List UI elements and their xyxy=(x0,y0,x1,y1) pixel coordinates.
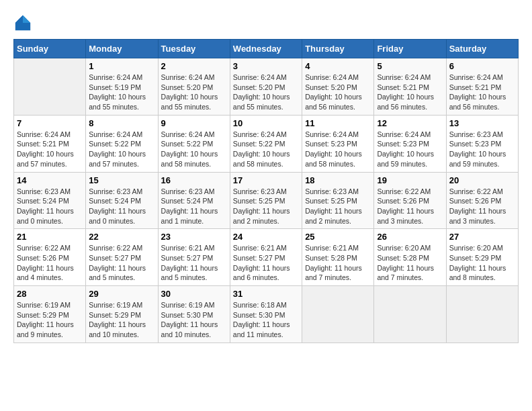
day-number: 27 xyxy=(449,232,515,242)
day-number: 17 xyxy=(233,175,299,185)
day-of-week-header: Thursday xyxy=(302,40,374,58)
day-info: Sunrise: 6:23 AM Sunset: 5:24 PM Dayligh… xyxy=(161,187,227,226)
calendar-cell: 3Sunrise: 6:24 AM Sunset: 5:20 PM Daylig… xyxy=(230,58,302,116)
day-info: Sunrise: 6:21 AM Sunset: 5:27 PM Dayligh… xyxy=(161,243,227,283)
day-info: Sunrise: 6:24 AM Sunset: 5:19 PM Dayligh… xyxy=(89,73,154,112)
day-number: 25 xyxy=(305,232,371,242)
day-info: Sunrise: 6:22 AM Sunset: 5:26 PM Dayligh… xyxy=(449,187,515,226)
day-number: 4 xyxy=(305,61,371,71)
calendar-cell: 24Sunrise: 6:21 AM Sunset: 5:27 PM Dayli… xyxy=(230,229,302,286)
day-info: Sunrise: 6:19 AM Sunset: 5:30 PM Dayligh… xyxy=(161,300,227,340)
day-number: 21 xyxy=(17,232,83,242)
calendar-cell: 6Sunrise: 6:24 AM Sunset: 5:21 PM Daylig… xyxy=(446,58,518,116)
calendar-table: SundayMondayTuesdayWednesdayThursdayFrid… xyxy=(13,39,519,343)
calendar-cell: 17Sunrise: 6:23 AM Sunset: 5:25 PM Dayli… xyxy=(230,172,302,229)
page-header xyxy=(13,13,519,32)
day-number: 8 xyxy=(89,118,154,128)
day-number: 10 xyxy=(233,118,299,128)
calendar-week-row: 14Sunrise: 6:23 AM Sunset: 5:24 PM Dayli… xyxy=(14,172,519,229)
day-number: 28 xyxy=(17,289,83,299)
calendar-cell: 8Sunrise: 6:24 AM Sunset: 5:22 PM Daylig… xyxy=(86,115,158,172)
day-number: 31 xyxy=(233,289,299,299)
calendar-cell xyxy=(446,286,518,343)
calendar-cell: 10Sunrise: 6:24 AM Sunset: 5:22 PM Dayli… xyxy=(230,115,302,172)
day-number: 18 xyxy=(305,175,371,185)
day-number: 15 xyxy=(89,175,154,185)
day-number: 12 xyxy=(377,118,443,128)
day-number: 30 xyxy=(161,289,227,299)
day-info: Sunrise: 6:24 AM Sunset: 5:21 PM Dayligh… xyxy=(449,73,515,112)
calendar-cell: 27Sunrise: 6:20 AM Sunset: 5:29 PM Dayli… xyxy=(446,229,518,286)
svg-marker-1 xyxy=(23,15,30,23)
day-info: Sunrise: 6:22 AM Sunset: 5:26 PM Dayligh… xyxy=(17,243,83,283)
calendar-cell: 25Sunrise: 6:21 AM Sunset: 5:28 PM Dayli… xyxy=(302,229,374,286)
day-info: Sunrise: 6:23 AM Sunset: 5:25 PM Dayligh… xyxy=(305,187,371,226)
day-info: Sunrise: 6:21 AM Sunset: 5:28 PM Dayligh… xyxy=(305,243,371,283)
calendar-cell: 26Sunrise: 6:20 AM Sunset: 5:28 PM Dayli… xyxy=(374,229,446,286)
day-info: Sunrise: 6:24 AM Sunset: 5:21 PM Dayligh… xyxy=(17,130,83,169)
day-info: Sunrise: 6:18 AM Sunset: 5:30 PM Dayligh… xyxy=(233,300,299,340)
day-info: Sunrise: 6:23 AM Sunset: 5:24 PM Dayligh… xyxy=(89,187,154,226)
calendar-cell: 19Sunrise: 6:22 AM Sunset: 5:26 PM Dayli… xyxy=(374,172,446,229)
day-info: Sunrise: 6:23 AM Sunset: 5:25 PM Dayligh… xyxy=(233,187,299,226)
day-number: 11 xyxy=(305,118,371,128)
day-number: 16 xyxy=(161,175,227,185)
day-number: 9 xyxy=(161,118,227,128)
day-number: 6 xyxy=(449,61,515,71)
calendar-cell: 1Sunrise: 6:24 AM Sunset: 5:19 PM Daylig… xyxy=(86,58,158,116)
day-info: Sunrise: 6:24 AM Sunset: 5:20 PM Dayligh… xyxy=(161,73,227,112)
day-number: 26 xyxy=(377,232,443,242)
calendar-cell: 29Sunrise: 6:19 AM Sunset: 5:29 PM Dayli… xyxy=(86,286,158,343)
day-info: Sunrise: 6:22 AM Sunset: 5:26 PM Dayligh… xyxy=(377,187,443,226)
day-info: Sunrise: 6:24 AM Sunset: 5:20 PM Dayligh… xyxy=(233,73,299,112)
calendar-cell xyxy=(14,58,86,116)
calendar-cell xyxy=(302,286,374,343)
logo-icon xyxy=(13,13,32,32)
calendar-cell: 31Sunrise: 6:18 AM Sunset: 5:30 PM Dayli… xyxy=(230,286,302,343)
day-of-week-header: Saturday xyxy=(446,40,518,58)
day-info: Sunrise: 6:23 AM Sunset: 5:23 PM Dayligh… xyxy=(449,130,515,169)
day-of-week-header: Sunday xyxy=(14,40,86,58)
day-info: Sunrise: 6:24 AM Sunset: 5:22 PM Dayligh… xyxy=(161,130,227,169)
calendar-cell: 16Sunrise: 6:23 AM Sunset: 5:24 PM Dayli… xyxy=(158,172,230,229)
calendar-cell: 15Sunrise: 6:23 AM Sunset: 5:24 PM Dayli… xyxy=(86,172,158,229)
day-info: Sunrise: 6:19 AM Sunset: 5:29 PM Dayligh… xyxy=(89,300,154,340)
day-info: Sunrise: 6:21 AM Sunset: 5:27 PM Dayligh… xyxy=(233,243,299,283)
calendar-week-row: 28Sunrise: 6:19 AM Sunset: 5:29 PM Dayli… xyxy=(14,286,519,343)
day-of-week-header: Monday xyxy=(86,40,158,58)
calendar-cell: 13Sunrise: 6:23 AM Sunset: 5:23 PM Dayli… xyxy=(446,115,518,172)
calendar-cell: 20Sunrise: 6:22 AM Sunset: 5:26 PM Dayli… xyxy=(446,172,518,229)
calendar-cell: 4Sunrise: 6:24 AM Sunset: 5:20 PM Daylig… xyxy=(302,58,374,116)
day-info: Sunrise: 6:24 AM Sunset: 5:22 PM Dayligh… xyxy=(89,130,154,169)
day-number: 22 xyxy=(89,232,154,242)
day-info: Sunrise: 6:20 AM Sunset: 5:28 PM Dayligh… xyxy=(377,243,443,283)
calendar-cell: 21Sunrise: 6:22 AM Sunset: 5:26 PM Dayli… xyxy=(14,229,86,286)
day-number: 23 xyxy=(161,232,227,242)
day-number: 14 xyxy=(17,175,83,185)
day-number: 1 xyxy=(89,61,154,71)
day-info: Sunrise: 6:24 AM Sunset: 5:22 PM Dayligh… xyxy=(233,130,299,169)
day-info: Sunrise: 6:20 AM Sunset: 5:29 PM Dayligh… xyxy=(449,243,515,283)
calendar-cell: 5Sunrise: 6:24 AM Sunset: 5:21 PM Daylig… xyxy=(374,58,446,116)
calendar-cell: 28Sunrise: 6:19 AM Sunset: 5:29 PM Dayli… xyxy=(14,286,86,343)
day-of-week-header: Wednesday xyxy=(230,40,302,58)
day-info: Sunrise: 6:19 AM Sunset: 5:29 PM Dayligh… xyxy=(17,300,83,340)
calendar-cell: 18Sunrise: 6:23 AM Sunset: 5:25 PM Dayli… xyxy=(302,172,374,229)
day-info: Sunrise: 6:22 AM Sunset: 5:27 PM Dayligh… xyxy=(89,243,154,283)
calendar-week-row: 21Sunrise: 6:22 AM Sunset: 5:26 PM Dayli… xyxy=(14,229,519,286)
calendar-cell: 12Sunrise: 6:24 AM Sunset: 5:23 PM Dayli… xyxy=(374,115,446,172)
day-info: Sunrise: 6:23 AM Sunset: 5:24 PM Dayligh… xyxy=(17,187,83,226)
day-info: Sunrise: 6:24 AM Sunset: 5:23 PM Dayligh… xyxy=(377,130,443,169)
calendar-header-row: SundayMondayTuesdayWednesdayThursdayFrid… xyxy=(14,40,519,58)
calendar-cell: 30Sunrise: 6:19 AM Sunset: 5:30 PM Dayli… xyxy=(158,286,230,343)
day-info: Sunrise: 6:24 AM Sunset: 5:23 PM Dayligh… xyxy=(305,130,371,169)
calendar-cell: 2Sunrise: 6:24 AM Sunset: 5:20 PM Daylig… xyxy=(158,58,230,116)
day-of-week-header: Friday xyxy=(374,40,446,58)
day-number: 19 xyxy=(377,175,443,185)
calendar-cell: 22Sunrise: 6:22 AM Sunset: 5:27 PM Dayli… xyxy=(86,229,158,286)
day-of-week-header: Tuesday xyxy=(158,40,230,58)
calendar-cell: 11Sunrise: 6:24 AM Sunset: 5:23 PM Dayli… xyxy=(302,115,374,172)
day-number: 7 xyxy=(17,118,83,128)
calendar-week-row: 1Sunrise: 6:24 AM Sunset: 5:19 PM Daylig… xyxy=(14,58,519,116)
day-number: 13 xyxy=(449,118,515,128)
